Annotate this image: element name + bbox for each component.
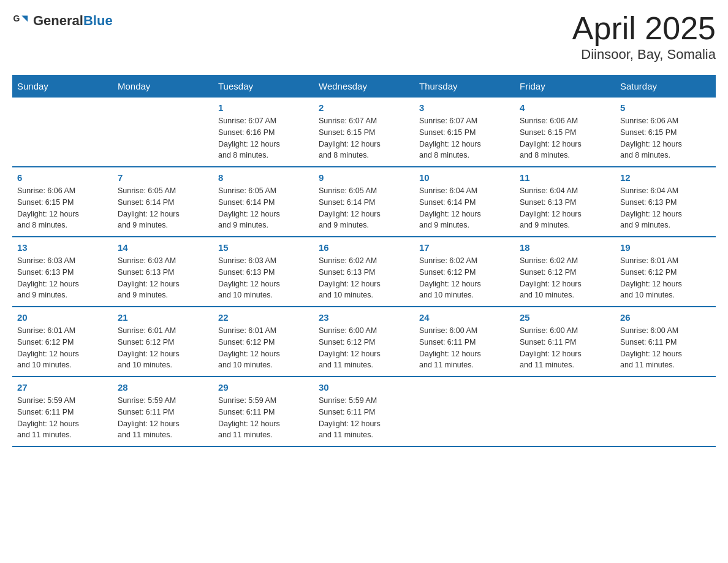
- day-number: 5: [620, 102, 711, 113]
- calendar-day-cell: 8Sunrise: 6:05 AMSunset: 6:14 PMDaylight…: [213, 167, 314, 237]
- day-of-week-header: Friday: [515, 75, 615, 98]
- calendar-day-cell: [414, 377, 515, 446]
- calendar-day-cell: 18Sunrise: 6:02 AMSunset: 6:12 PMDayligh…: [515, 237, 615, 307]
- day-info: Sunrise: 6:05 AMSunset: 6:14 PMDaylight:…: [118, 185, 208, 231]
- day-of-week-header: Tuesday: [213, 75, 314, 98]
- day-info: Sunrise: 6:04 AMSunset: 6:13 PMDaylight:…: [520, 185, 610, 231]
- day-info: Sunrise: 6:06 AMSunset: 6:15 PMDaylight:…: [520, 115, 610, 161]
- calendar-day-cell: 5Sunrise: 6:06 AMSunset: 6:15 PMDaylight…: [615, 98, 716, 167]
- calendar-day-cell: 6Sunrise: 6:06 AMSunset: 6:15 PMDaylight…: [12, 167, 113, 237]
- calendar-week-row: 13Sunrise: 6:03 AMSunset: 6:13 PMDayligh…: [12, 237, 716, 307]
- calendar-day-cell: 13Sunrise: 6:03 AMSunset: 6:13 PMDayligh…: [12, 237, 113, 307]
- calendar-day-cell: 30Sunrise: 5:59 AMSunset: 6:11 PMDayligh…: [314, 377, 414, 446]
- day-info: Sunrise: 6:02 AMSunset: 6:12 PMDaylight:…: [419, 255, 510, 301]
- calendar-header-row: SundayMondayTuesdayWednesdayThursdayFrid…: [12, 75, 716, 98]
- day-info: Sunrise: 6:00 AMSunset: 6:11 PMDaylight:…: [419, 325, 510, 371]
- day-info: Sunrise: 6:01 AMSunset: 6:12 PMDaylight:…: [17, 325, 108, 371]
- calendar-day-cell: 4Sunrise: 6:06 AMSunset: 6:15 PMDaylight…: [515, 98, 615, 167]
- calendar-day-cell: [113, 98, 213, 167]
- day-of-week-header: Saturday: [615, 75, 716, 98]
- day-number: 28: [118, 382, 208, 393]
- calendar-week-row: 20Sunrise: 6:01 AMSunset: 6:12 PMDayligh…: [12, 307, 716, 377]
- day-info: Sunrise: 6:02 AMSunset: 6:12 PMDaylight:…: [520, 255, 610, 301]
- day-number: 20: [17, 312, 108, 323]
- day-number: 21: [118, 312, 208, 323]
- day-info: Sunrise: 6:04 AMSunset: 6:14 PMDaylight:…: [419, 185, 510, 231]
- calendar-week-row: 27Sunrise: 5:59 AMSunset: 6:11 PMDayligh…: [12, 377, 716, 446]
- day-number: 23: [319, 312, 409, 323]
- day-info: Sunrise: 6:00 AMSunset: 6:11 PMDaylight:…: [520, 325, 610, 371]
- day-info: Sunrise: 6:07 AMSunset: 6:15 PMDaylight:…: [319, 115, 409, 161]
- calendar-day-cell: 22Sunrise: 6:01 AMSunset: 6:12 PMDayligh…: [213, 307, 314, 377]
- calendar-day-cell: 27Sunrise: 5:59 AMSunset: 6:11 PMDayligh…: [12, 377, 113, 446]
- day-number: 10: [419, 172, 510, 183]
- logo-icon: G: [12, 12, 29, 29]
- day-number: 1: [218, 102, 309, 113]
- day-number: 9: [319, 172, 409, 183]
- logo-blue-text: Blue: [83, 13, 113, 28]
- calendar-day-cell: 26Sunrise: 6:00 AMSunset: 6:11 PMDayligh…: [615, 307, 716, 377]
- day-info: Sunrise: 6:03 AMSunset: 6:13 PMDaylight:…: [218, 255, 309, 301]
- calendar-day-cell: 14Sunrise: 6:03 AMSunset: 6:13 PMDayligh…: [113, 237, 213, 307]
- day-number: 3: [419, 102, 510, 113]
- day-info: Sunrise: 6:03 AMSunset: 6:13 PMDaylight:…: [17, 255, 108, 301]
- calendar-week-row: 1Sunrise: 6:07 AMSunset: 6:16 PMDaylight…: [12, 98, 716, 167]
- day-number: 7: [118, 172, 208, 183]
- day-info: Sunrise: 6:05 AMSunset: 6:14 PMDaylight:…: [319, 185, 409, 231]
- calendar-day-cell: 9Sunrise: 6:05 AMSunset: 6:14 PMDaylight…: [314, 167, 414, 237]
- day-info: Sunrise: 6:06 AMSunset: 6:15 PMDaylight:…: [620, 115, 711, 161]
- day-number: 29: [218, 382, 309, 393]
- calendar-day-cell: 2Sunrise: 6:07 AMSunset: 6:15 PMDaylight…: [314, 98, 414, 167]
- day-number: 24: [419, 312, 510, 323]
- calendar-table: SundayMondayTuesdayWednesdayThursdayFrid…: [12, 75, 716, 447]
- day-info: Sunrise: 6:01 AMSunset: 6:12 PMDaylight:…: [218, 325, 309, 371]
- day-info: Sunrise: 6:07 AMSunset: 6:16 PMDaylight:…: [218, 115, 309, 161]
- day-info: Sunrise: 6:02 AMSunset: 6:13 PMDaylight:…: [319, 255, 409, 301]
- day-number: 17: [419, 242, 510, 253]
- calendar-day-cell: 15Sunrise: 6:03 AMSunset: 6:13 PMDayligh…: [213, 237, 314, 307]
- calendar-day-cell: 28Sunrise: 5:59 AMSunset: 6:11 PMDayligh…: [113, 377, 213, 446]
- calendar-day-cell: 21Sunrise: 6:01 AMSunset: 6:12 PMDayligh…: [113, 307, 213, 377]
- calendar-day-cell: 23Sunrise: 6:00 AMSunset: 6:12 PMDayligh…: [314, 307, 414, 377]
- svg-text:G: G: [13, 13, 20, 23]
- calendar-day-cell: 11Sunrise: 6:04 AMSunset: 6:13 PMDayligh…: [515, 167, 615, 237]
- day-number: 22: [218, 312, 309, 323]
- day-number: 19: [620, 242, 711, 253]
- page-header: G GeneralBlue April 2025 Diinsoor, Bay, …: [12, 12, 716, 63]
- calendar-title: April 2025: [572, 12, 716, 44]
- calendar-day-cell: 7Sunrise: 6:05 AMSunset: 6:14 PMDaylight…: [113, 167, 213, 237]
- calendar-day-cell: [12, 98, 113, 167]
- calendar-day-cell: 17Sunrise: 6:02 AMSunset: 6:12 PMDayligh…: [414, 237, 515, 307]
- day-number: 8: [218, 172, 309, 183]
- day-number: 30: [319, 382, 409, 393]
- day-of-week-header: Thursday: [414, 75, 515, 98]
- day-number: 25: [520, 312, 610, 323]
- day-number: 6: [17, 172, 108, 183]
- day-info: Sunrise: 6:04 AMSunset: 6:13 PMDaylight:…: [620, 185, 711, 231]
- calendar-week-row: 6Sunrise: 6:06 AMSunset: 6:15 PMDaylight…: [12, 167, 716, 237]
- logo-general-text: General: [33, 13, 83, 28]
- calendar-day-cell: [615, 377, 716, 446]
- day-number: 12: [620, 172, 711, 183]
- day-info: Sunrise: 5:59 AMSunset: 6:11 PMDaylight:…: [118, 395, 208, 441]
- day-info: Sunrise: 6:06 AMSunset: 6:15 PMDaylight:…: [17, 185, 108, 231]
- calendar-day-cell: 24Sunrise: 6:00 AMSunset: 6:11 PMDayligh…: [414, 307, 515, 377]
- day-info: Sunrise: 6:07 AMSunset: 6:15 PMDaylight:…: [419, 115, 510, 161]
- calendar-day-cell: 29Sunrise: 5:59 AMSunset: 6:11 PMDayligh…: [213, 377, 314, 446]
- calendar-day-cell: 25Sunrise: 6:00 AMSunset: 6:11 PMDayligh…: [515, 307, 615, 377]
- calendar-day-cell: 19Sunrise: 6:01 AMSunset: 6:12 PMDayligh…: [615, 237, 716, 307]
- day-info: Sunrise: 5:59 AMSunset: 6:11 PMDaylight:…: [17, 395, 108, 441]
- day-info: Sunrise: 5:59 AMSunset: 6:11 PMDaylight:…: [218, 395, 309, 441]
- day-of-week-header: Wednesday: [314, 75, 414, 98]
- day-info: Sunrise: 6:01 AMSunset: 6:12 PMDaylight:…: [118, 325, 208, 371]
- day-of-week-header: Monday: [113, 75, 213, 98]
- day-info: Sunrise: 6:03 AMSunset: 6:13 PMDaylight:…: [118, 255, 208, 301]
- day-of-week-header: Sunday: [12, 75, 113, 98]
- day-info: Sunrise: 6:05 AMSunset: 6:14 PMDaylight:…: [218, 185, 309, 231]
- calendar-day-cell: 10Sunrise: 6:04 AMSunset: 6:14 PMDayligh…: [414, 167, 515, 237]
- calendar-day-cell: [515, 377, 615, 446]
- day-number: 16: [319, 242, 409, 253]
- day-number: 4: [520, 102, 610, 113]
- day-number: 18: [520, 242, 610, 253]
- day-number: 14: [118, 242, 208, 253]
